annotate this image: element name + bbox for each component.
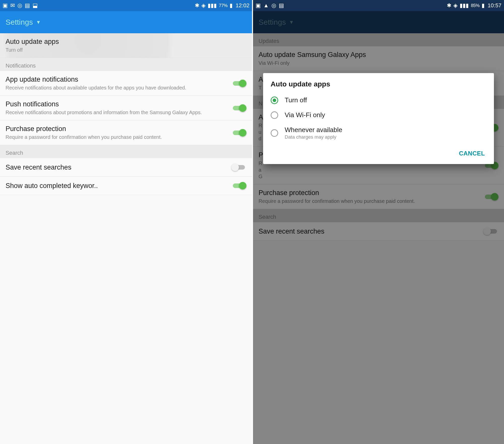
status-bar: ▣ ✉ ◎ ▤ ⬓ ✱ ◈ ▮▮▮ 77% ▮ 12:02 xyxy=(0,0,252,11)
sim-icon: ▤ xyxy=(279,2,284,9)
row-subtitle: Receive notifications about promotions a… xyxy=(6,109,228,116)
battery-icon: ▮ xyxy=(482,2,485,9)
clock: 10:57 xyxy=(488,2,501,9)
row-purchase-protection[interactable]: Purchase protection Require a password f… xyxy=(0,120,252,145)
settings-list: Auto update apps Turn off Notifications … xyxy=(0,33,252,444)
section-notifications: Notifications xyxy=(0,58,252,71)
row-title: Purchase protection xyxy=(6,125,228,133)
warning-icon: ▲ xyxy=(263,2,269,9)
chevron-down-icon: ▼ xyxy=(36,19,41,25)
battery-icon: ▮ xyxy=(230,2,233,9)
option-whenever-available[interactable]: Whenever available Data charges may appl… xyxy=(271,122,486,143)
toggle-purchase-protection[interactable] xyxy=(231,128,246,137)
appbar-title: Settings xyxy=(6,18,33,26)
option-via-wifi-only[interactable]: Via Wi-Fi only xyxy=(271,108,486,122)
row-title: Push notifications xyxy=(6,100,228,108)
toggle-push-notifications[interactable] xyxy=(231,104,246,113)
row-save-recent-searches[interactable]: Save recent searches xyxy=(0,158,252,177)
radio-icon xyxy=(271,97,278,104)
bluetooth-icon: ✱ xyxy=(195,2,199,9)
toggle-auto-completed-keywords[interactable] xyxy=(231,181,246,190)
battery-percent: 85% xyxy=(471,3,480,8)
option-label: Via Wi-Fi only xyxy=(285,111,325,119)
row-subtitle: Receive notifications about available up… xyxy=(6,84,228,91)
option-label: Turn off xyxy=(285,96,307,104)
row-auto-update-apps[interactable]: Auto update apps Turn off xyxy=(0,33,252,58)
screen-left: ▣ ✉ ◎ ▤ ⬓ ✱ ◈ ▮▮▮ 77% ▮ 12:02 Settings ▼… xyxy=(0,0,252,444)
option-sublabel: Data charges may apply xyxy=(285,134,342,140)
status-bar: ▣ ▲ ◎ ▤ ✱ ◈ ▮▮▮ 85% ▮ 10:57 xyxy=(253,0,504,11)
app-bar[interactable]: Settings ▼ xyxy=(0,11,252,33)
row-subtitle: Turn off xyxy=(6,47,243,53)
row-title: App update notifications xyxy=(6,76,228,83)
image-icon: ▣ xyxy=(3,2,8,9)
clock: 12:02 xyxy=(236,2,249,9)
row-title: Show auto completed keywor.. xyxy=(6,182,228,190)
wifi-icon: ◈ xyxy=(201,2,206,9)
dialog-title: Auto update apps xyxy=(271,80,486,88)
sim-icon: ▤ xyxy=(25,2,30,9)
row-app-update-notifications[interactable]: App update notifications Receive notific… xyxy=(0,71,252,96)
radio-icon xyxy=(271,129,278,137)
toggle-save-recent-searches[interactable] xyxy=(231,163,246,172)
row-title: Auto update apps xyxy=(6,38,243,46)
cancel-button[interactable]: CANCEL xyxy=(457,147,486,160)
mail-icon: ✉ xyxy=(10,2,15,9)
shazam-icon: ◎ xyxy=(17,2,22,9)
wifi-icon: ◈ xyxy=(453,2,458,9)
dialog-auto-update-apps: Auto update apps Turn off Via Wi-Fi only… xyxy=(263,73,494,164)
row-subtitle: Require a password for confirmation when… xyxy=(6,134,228,140)
row-title: Save recent searches xyxy=(6,164,228,171)
signal-icon: ▮▮▮ xyxy=(460,2,469,9)
shazam-icon: ◎ xyxy=(271,2,276,9)
radio-icon xyxy=(271,111,278,119)
image-icon: ▣ xyxy=(256,2,261,9)
store-icon: ⬓ xyxy=(33,2,38,9)
section-search: Search xyxy=(0,145,252,158)
battery-percent: 77% xyxy=(219,3,228,8)
signal-icon: ▮▮▮ xyxy=(208,2,217,9)
option-turn-off[interactable]: Turn off xyxy=(271,93,486,108)
screen-right: ▣ ▲ ◎ ▤ ✱ ◈ ▮▮▮ 85% ▮ 10:57 Settings ▼ U… xyxy=(252,0,504,444)
row-push-notifications[interactable]: Push notifications Receive notifications… xyxy=(0,96,252,120)
row-show-auto-completed-keywords[interactable]: Show auto completed keywor.. xyxy=(0,177,252,195)
bluetooth-icon: ✱ xyxy=(447,2,451,9)
option-label: Whenever available xyxy=(285,126,342,134)
toggle-app-update-notifications[interactable] xyxy=(231,79,246,88)
